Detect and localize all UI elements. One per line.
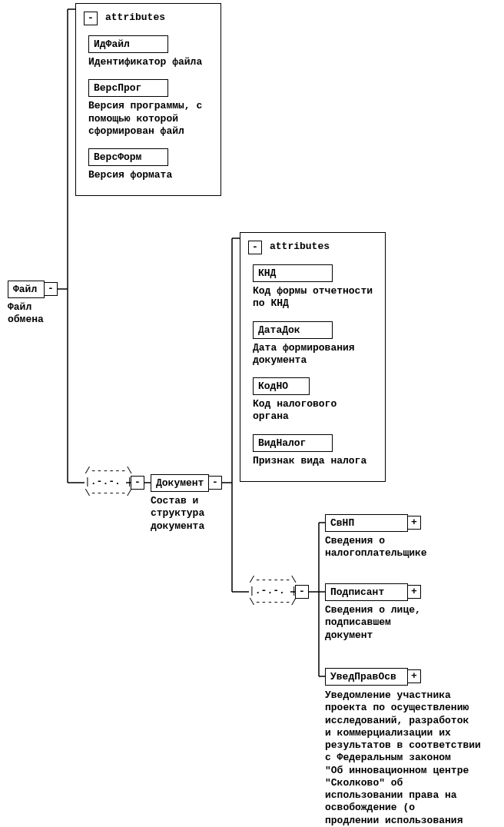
node-podpisant-label: Подписант — [330, 586, 384, 598]
attr-idfile: ИдФайл — [88, 35, 168, 53]
node-document-desc: Состав и структура документа — [151, 495, 204, 533]
node-svnp-label: СвНП — [330, 517, 354, 529]
attr-versform-desc: Версия формата — [88, 169, 208, 181]
attr-knd: КНД — [253, 264, 333, 282]
node-uvedpravosv: УведПравОсв — [325, 668, 408, 686]
attr-vidnalog-desc: Признак вида налога — [253, 455, 373, 467]
attr-datadok: ДатаДок — [253, 321, 333, 339]
attr-datadok-desc: Дата формирования документа — [253, 342, 373, 367]
toggle-attributes-document[interactable]: - — [248, 241, 262, 254]
node-podpisant-desc: Сведения о лице, подписавшем документ — [325, 604, 421, 642]
attributes-label: attributes — [105, 12, 165, 23]
attr-idfile-desc: Идентификатор файла — [88, 56, 208, 68]
node-uvedpravosv-label: УведПравОсв — [330, 671, 396, 683]
attributes-file: - attributes ИдФайл Идентификатор файла … — [75, 3, 221, 196]
attr-kodno-name: КодНО — [258, 380, 288, 392]
attr-vidnalog: ВидНалог — [253, 434, 333, 452]
sequence-indicator-file: /------\ |.-.-. | \------/ — [85, 466, 132, 499]
toggle-document[interactable]: - — [208, 476, 222, 490]
toggle-attributes-file[interactable]: - — [84, 12, 98, 25]
node-svnp: СвНП — [325, 514, 408, 532]
attr-versprog: ВерсПрог — [88, 79, 168, 97]
attr-versform: ВерсФорм — [88, 148, 168, 166]
attr-kodno-desc: Код налогового органа — [253, 398, 373, 423]
attr-versform-name: ВерсФорм — [94, 151, 141, 163]
attr-knd-name: КНД — [258, 267, 276, 279]
attributes-label-2: attributes — [270, 241, 330, 252]
node-file-label: Файл — [13, 284, 37, 295]
attr-versprog-desc: Версия программы, с помощью которой сфор… — [88, 100, 208, 138]
attr-datadok-name: ДатаДок — [258, 324, 300, 336]
attr-versprog-name: ВерсПрог — [94, 82, 141, 94]
attr-idfile-name: ИдФайл — [94, 38, 130, 50]
node-file: Файл — [8, 281, 45, 298]
toggle-podpisant[interactable]: + — [407, 585, 421, 599]
node-podpisant: Подписант — [325, 583, 408, 601]
toggle-uvedpravosv[interactable]: + — [407, 669, 421, 683]
attr-kodno: КодНО — [253, 377, 310, 395]
node-document-label: Документ — [156, 477, 204, 489]
node-uvedpravosv-desc: Уведомление участника проекта по осущест… — [325, 689, 494, 827]
toggle-sequence-document[interactable]: - — [295, 585, 309, 599]
attr-vidnalog-name: ВидНалог — [258, 437, 306, 449]
toggle-svnp[interactable]: + — [407, 516, 421, 530]
sequence-indicator-document: /------\ |.-.-. | \------/ — [249, 575, 297, 608]
toggle-file[interactable]: - — [44, 282, 58, 296]
node-svnp-desc: Сведения о налогоплательщике — [325, 535, 427, 560]
attr-knd-desc: Код формы отчетности по КНД — [253, 285, 373, 311]
node-file-desc: Файл обмена — [8, 301, 44, 327]
node-document: Документ — [151, 474, 209, 492]
toggle-sequence-file[interactable]: - — [131, 476, 144, 490]
attributes-document: - attributes КНД Код формы отчетности по… — [240, 232, 386, 482]
